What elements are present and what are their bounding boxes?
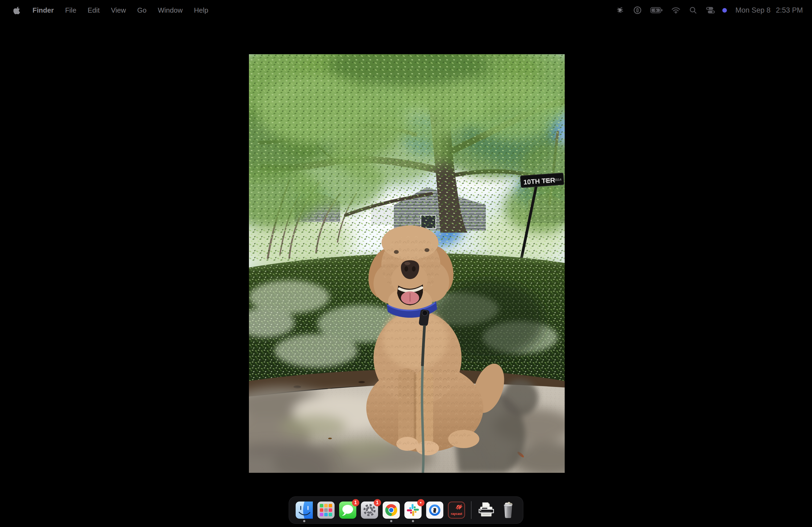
dock-chrome[interactable] <box>383 501 400 519</box>
menu-finder[interactable]: Finder <box>27 0 59 20</box>
1password-menu-icon[interactable] <box>633 6 642 15</box>
clock-date: Mon Sep 8 <box>736 6 771 15</box>
notification-badge: 1 <box>352 499 359 506</box>
menu-bar: Finder File Edit View Go Window Help <box>0 0 812 20</box>
finder-icon <box>296 501 313 519</box>
dock: 1 1 <box>289 496 523 524</box>
dock-1password[interactable] <box>426 501 443 519</box>
dock-trash[interactable] <box>499 501 517 519</box>
running-indicator <box>303 520 305 522</box>
menu-view[interactable]: View <box>105 0 132 20</box>
dock-messages[interactable]: 1 <box>339 501 356 519</box>
menu-bar-left: Finder File Edit View Go Window Help <box>0 0 214 20</box>
dock-raycast[interactable]: raycast <box>448 501 465 519</box>
menu-edit[interactable]: Edit <box>82 0 105 20</box>
running-indicator <box>390 520 392 522</box>
menu-bar-clock[interactable]: Mon Sep 8 2:53 PM <box>736 6 803 15</box>
printer-icon <box>478 501 495 519</box>
menu-file[interactable]: File <box>59 0 82 20</box>
menu-bar-status: Mon Sep 8 2:53 PM <box>615 6 812 15</box>
dock-slack[interactable]: • <box>404 501 422 519</box>
apple-logo-icon <box>13 6 20 14</box>
photo-goldendoodle: 10TH TER 1900 - 2014 <box>249 54 565 473</box>
dock-separator <box>471 501 472 519</box>
notification-badge: 1 <box>374 499 381 506</box>
launchpad-icon <box>317 501 335 519</box>
svg-text:raycast: raycast <box>451 512 462 516</box>
dock-system-settings[interactable]: 1 <box>361 501 378 519</box>
control-center-icon[interactable] <box>706 6 715 14</box>
macos-desktop: { "menu_bar": { "apple_icon": "apple-log… <box>0 0 812 527</box>
raycast-icon: raycast <box>448 501 465 519</box>
trash-full-icon <box>499 501 517 519</box>
apple-menu[interactable] <box>11 6 23 14</box>
dock-finder[interactable] <box>296 501 313 519</box>
running-indicator <box>412 520 414 522</box>
focus-indicator-dot[interactable] <box>722 8 727 13</box>
striped-screen-icon[interactable] <box>615 6 625 15</box>
menu-help[interactable]: Help <box>188 0 214 20</box>
1password-icon <box>426 501 443 519</box>
spotlight-search-icon[interactable] <box>689 6 697 14</box>
wifi-icon[interactable] <box>671 7 680 14</box>
notification-badge: • <box>417 499 424 506</box>
battery-charging-icon[interactable] <box>650 7 663 13</box>
chrome-icon <box>383 501 400 519</box>
menu-go[interactable]: Go <box>132 0 152 20</box>
menu-window[interactable]: Window <box>152 0 188 20</box>
dock-launchpad[interactable] <box>317 501 335 519</box>
clock-time: 2:53 PM <box>776 6 803 15</box>
dock-printer[interactable] <box>478 501 495 519</box>
